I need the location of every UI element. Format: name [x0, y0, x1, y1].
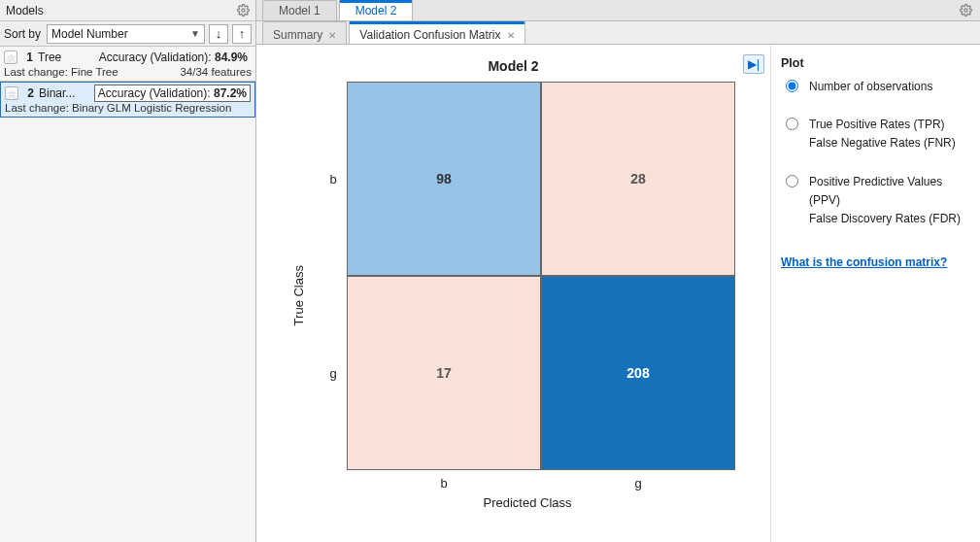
model-name: Binar... — [39, 86, 75, 100]
feature-count: 34/34 features — [180, 66, 252, 78]
radio-observations-label: Number of observations — [809, 78, 932, 96]
expand-chart-button[interactable]: ▶| — [743, 54, 764, 74]
close-icon[interactable]: ✕ — [328, 30, 336, 41]
sort-dropdown-value: Model Number — [51, 27, 128, 41]
cell-g-g: 208 — [541, 276, 735, 470]
sort-row: Sort by Model Number ▼ ↓ ↑ — [0, 21, 255, 47]
sort-dropdown[interactable]: Model Number ▼ — [47, 24, 205, 44]
accuracy-badge: Accuracy (Validation): 87.2% — [94, 85, 251, 102]
main-panel: Model 1 Model 2 Summary ✕ Validation Con… — [256, 0, 980, 542]
row-label-g: g — [320, 276, 347, 470]
x-axis-label: Predicted Class — [320, 495, 735, 510]
sub-tabs: Summary ✕ Validation Confusion Matrix ✕ — [256, 21, 980, 45]
col-label-b: b — [347, 470, 541, 495]
chart-title: Model 2 — [266, 58, 760, 74]
svg-point-0 — [241, 9, 244, 12]
radio-ppv-fdr[interactable] — [786, 175, 798, 187]
help-link[interactable]: What is the confusion matrix? — [781, 255, 947, 269]
last-change-label: Last change: Binary GLM Logistic Regress… — [5, 102, 231, 114]
models-panel: Models Sort by Model Number ▼ ↓ ↑ ☆ 1 Tr… — [0, 0, 256, 542]
chart-area: ▶| Model 2 True Class b 98 28 g 17 208 b… — [256, 45, 770, 542]
model-card-2[interactable]: ☆ 2 Binar... Accuracy (Validation): 87.2… — [0, 82, 255, 118]
plot-controls: Plot Number of observations True Positiv… — [770, 45, 980, 542]
models-panel-header: Models — [0, 0, 255, 21]
plot-controls-heading: Plot — [781, 56, 970, 70]
model-name: Tree — [38, 51, 61, 64]
row-label-b: b — [320, 82, 347, 276]
confusion-matrix: b 98 28 g 17 208 b g — [320, 82, 735, 495]
model-tabs: Model 1 Model 2 — [256, 0, 980, 21]
star-icon[interactable]: ☆ — [5, 86, 18, 100]
gear-icon — [959, 3, 972, 17]
model-list: ☆ 1 Tree Accuracy (Validation): 84.9% La… — [0, 47, 255, 542]
svg-point-1 — [963, 8, 966, 11]
cell-b-b: 98 — [347, 82, 541, 276]
radio-ppv-fdr-label: Positive Predictive Values (PPV) False D… — [809, 173, 970, 229]
model-card-1[interactable]: ☆ 1 Tree Accuracy (Validation): 84.9% La… — [0, 47, 255, 82]
accuracy-badge: Accuracy (Validation): 84.9% — [95, 49, 252, 66]
last-change-label: Last change: Fine Tree — [4, 66, 118, 78]
gear-icon[interactable] — [236, 4, 250, 17]
tab-model2[interactable]: Model 2 — [339, 0, 414, 20]
sort-label: Sort by — [4, 27, 41, 41]
chevron-down-icon: ▼ — [190, 28, 200, 39]
tab-summary[interactable]: Summary ✕ — [262, 21, 347, 44]
radio-tpr-fnr-label: True Positive Rates (TPR) False Negative… — [809, 116, 956, 152]
model-number: 1 — [21, 51, 33, 64]
tab-model1[interactable]: Model 1 — [262, 0, 337, 20]
sort-asc-button[interactable]: ↑ — [232, 24, 252, 44]
col-label-g: g — [541, 470, 735, 495]
model-number: 2 — [22, 86, 34, 100]
y-axis-label: True Class — [291, 265, 306, 325]
sort-desc-button[interactable]: ↓ — [209, 24, 228, 44]
star-icon[interactable]: ☆ — [4, 51, 17, 64]
close-icon[interactable]: ✕ — [507, 30, 515, 41]
tabs-gear-button[interactable] — [951, 0, 980, 20]
radio-tpr-fnr[interactable] — [786, 118, 798, 130]
tab-confusion-matrix[interactable]: Validation Confusion Matrix ✕ — [349, 21, 524, 44]
radio-observations[interactable] — [786, 80, 798, 92]
cell-b-g: 28 — [541, 82, 735, 276]
cell-g-b: 17 — [347, 276, 541, 470]
models-panel-title: Models — [6, 4, 44, 17]
